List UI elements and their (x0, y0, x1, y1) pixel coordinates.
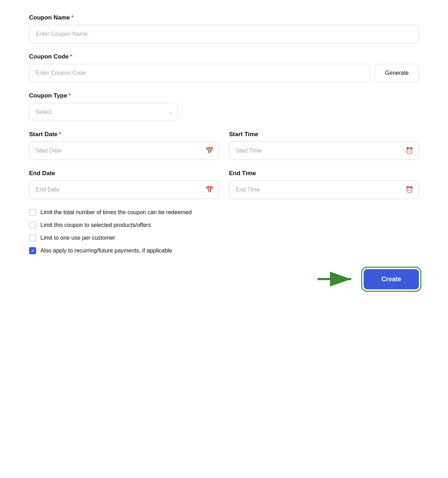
start-date-input-wrapper: 📅 (29, 141, 219, 160)
required-star-name: * (71, 15, 73, 21)
coupon-code-row: Generate (29, 64, 419, 82)
start-time-col: Start Time ⏰ (229, 131, 419, 160)
coupon-type-select-wrapper: Select ⌵ (29, 103, 178, 121)
required-star-type: * (68, 93, 71, 99)
end-time-label: End Time (229, 170, 419, 177)
required-star-start-date: * (59, 131, 61, 138)
start-time-input-wrapper: ⏰ (229, 141, 419, 160)
coupon-form: Coupon Name * Coupon Code * Generate Cou… (29, 14, 419, 290)
checkbox-item-4[interactable]: Also apply to recurring/future payments,… (29, 247, 419, 254)
end-time-input-wrapper: ⏰ (229, 180, 419, 199)
checkbox-limit-total[interactable] (29, 209, 36, 216)
end-date-col: End Date 📅 (29, 170, 219, 199)
checkbox-item-2[interactable]: Limit this coupon to selected products/o… (29, 222, 419, 229)
start-time-label: Start Time (229, 131, 419, 138)
coupon-name-label: Coupon Name * (29, 14, 419, 21)
start-date-col: Start Date * 📅 (29, 131, 219, 160)
arrow-icon (314, 268, 357, 290)
start-date-time-group: Start Date * 📅 Start Time ⏰ (29, 131, 419, 160)
create-button[interactable]: Create (364, 269, 419, 289)
end-date-time-group: End Date 📅 End Time ⏰ (29, 170, 419, 199)
checkboxes-section: Limit the total number of times the coup… (29, 209, 419, 254)
coupon-name-input[interactable] (29, 25, 419, 43)
coupon-code-input[interactable] (29, 64, 370, 82)
end-time-input[interactable] (229, 180, 419, 199)
end-date-label: End Date (29, 170, 219, 177)
checkbox-item-1[interactable]: Limit the total number of times the coup… (29, 209, 419, 216)
coupon-type-group: Coupon Type * Select ⌵ (29, 92, 419, 121)
coupon-type-select[interactable]: Select (29, 103, 178, 121)
coupon-name-group: Coupon Name * (29, 14, 419, 43)
coupon-code-group: Coupon Code * Generate (29, 53, 419, 82)
end-time-col: End Time ⏰ (229, 170, 419, 199)
checkbox-limit-one-use[interactable] (29, 234, 36, 241)
end-date-input-wrapper: 📅 (29, 180, 219, 199)
required-star-code: * (70, 54, 72, 60)
coupon-type-label: Coupon Type * (29, 92, 419, 99)
footer-row: Create (29, 268, 419, 290)
checkbox-recurring[interactable] (29, 247, 36, 254)
start-date-label: Start Date * (29, 131, 219, 138)
generate-button[interactable]: Generate (375, 64, 419, 82)
checkbox-item-3[interactable]: Limit to one use per customer (29, 234, 419, 241)
end-date-input[interactable] (29, 180, 219, 199)
checkbox-limit-products[interactable] (29, 222, 36, 229)
start-time-input[interactable] (229, 141, 419, 160)
start-date-input[interactable] (29, 141, 219, 160)
arrow-container (314, 268, 357, 290)
coupon-code-label: Coupon Code * (29, 53, 419, 60)
